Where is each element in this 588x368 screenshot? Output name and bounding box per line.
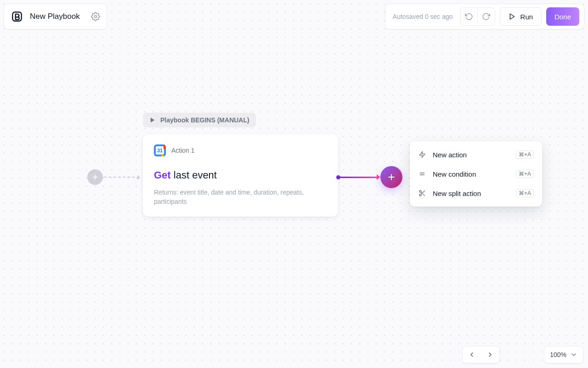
action-description: Returns: event title, date and time, dur…: [154, 188, 310, 207]
menu-item-new-split-action[interactable]: New split action ⌘+A: [410, 184, 542, 203]
ghost-connector: [104, 177, 140, 178]
action-card[interactable]: Action 1 Get last event Returns: event t…: [143, 134, 338, 217]
undo-button[interactable]: [460, 7, 478, 26]
redo-icon: [482, 12, 490, 21]
run-button[interactable]: Run: [500, 7, 542, 26]
redo-button[interactable]: [478, 7, 495, 26]
menu-item-shortcut: ⌘+A: [516, 170, 534, 178]
add-step-menu: New action ⌘+A New condition ⌘+A New spl…: [410, 141, 542, 207]
action-number-label: Action 1: [171, 147, 195, 154]
action-card-header: Action 1: [154, 144, 327, 156]
scissors-icon: [418, 190, 426, 197]
trigger-pill[interactable]: Playbook BEGINS (MANUAL): [143, 113, 256, 127]
bolt-icon: [418, 151, 426, 158]
nav-next-button[interactable]: [481, 346, 499, 363]
connector: [338, 177, 379, 178]
done-label: Done: [554, 13, 571, 21]
chevron-down-icon: [570, 351, 577, 358]
menu-item-shortcut: ⌘+A: [516, 189, 534, 197]
svg-point-1: [94, 16, 96, 18]
chevron-left-icon: [468, 351, 475, 358]
trigger-label: Playbook BEGINS (MANUAL): [160, 116, 249, 124]
google-calendar-icon: [154, 144, 166, 156]
zoom-level: 100%: [550, 351, 566, 358]
menu-item-label: New condition: [433, 170, 509, 178]
autosave-status: Autosaved 0 sec ago: [393, 13, 453, 20]
svg-line-15: [421, 192, 422, 193]
action-title: Get last event: [154, 169, 327, 181]
canvas-nav: [462, 346, 500, 363]
menu-item-new-action[interactable]: New action ⌘+A: [410, 145, 542, 164]
toolbar: Autosaved 0 sec ago Run Done: [385, 4, 584, 29]
add-step-button[interactable]: [380, 166, 402, 188]
nav-prev-button[interactable]: [463, 346, 481, 363]
gear-icon: [91, 12, 100, 21]
svg-marker-5: [151, 118, 154, 123]
title-card: New Playbook: [4, 4, 107, 29]
equals-icon: [418, 170, 426, 178]
app-logo-icon: [11, 10, 23, 23]
action-title-rest: last event: [171, 169, 217, 181]
menu-item-label: New split action: [433, 190, 509, 197]
chevron-right-icon: [486, 351, 494, 358]
plus-icon: [387, 172, 396, 182]
action-title-verb: Get: [154, 169, 171, 181]
menu-item-shortcut: ⌘+A: [516, 150, 534, 159]
playbook-title[interactable]: New Playbook: [30, 12, 80, 21]
add-before-button[interactable]: [87, 169, 103, 185]
plus-icon: [91, 173, 99, 181]
settings-button[interactable]: [91, 12, 100, 21]
undo-icon: [465, 12, 473, 21]
run-label: Run: [520, 13, 533, 21]
menu-item-new-condition[interactable]: New condition ⌘+A: [410, 164, 542, 184]
svg-marker-8: [419, 151, 425, 157]
menu-item-label: New action: [433, 151, 509, 159]
play-icon: [509, 13, 516, 20]
play-icon: [149, 117, 156, 123]
svg-line-14: [423, 194, 425, 196]
zoom-control[interactable]: 100%: [544, 346, 583, 363]
history-button-group: [460, 7, 495, 26]
svg-marker-2: [510, 14, 514, 19]
done-button[interactable]: Done: [546, 7, 579, 26]
